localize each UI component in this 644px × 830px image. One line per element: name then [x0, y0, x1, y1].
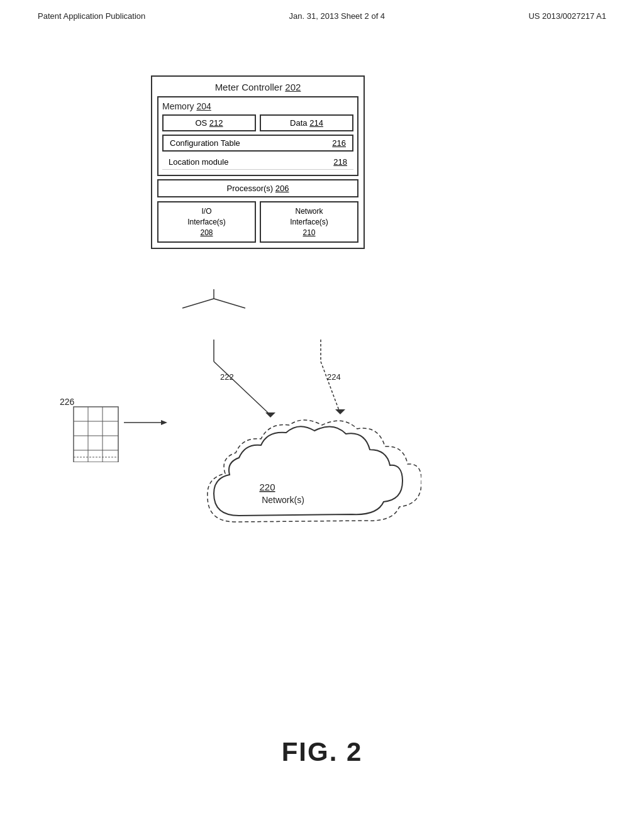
header-left: Patent Application Publication: [38, 11, 145, 21]
svg-line-4: [214, 362, 270, 415]
figure-label: FIG. 2: [282, 737, 363, 767]
os-data-row: OS 212 Data 214: [162, 114, 353, 131]
svg-marker-8: [335, 409, 345, 414]
memory-box: Memory 204 OS 212 Data 214 Configuration…: [157, 96, 358, 176]
svg-marker-10: [161, 420, 167, 425]
location-box: Location module 218: [162, 155, 353, 170]
data-box: Data 214: [260, 114, 353, 131]
io-box: I/O Interface(s) 208: [157, 201, 256, 243]
arrow-224-label: 224: [327, 371, 341, 382]
controller-box: Meter Controller 202 Memory 204 OS 212 D…: [151, 75, 365, 249]
network-interface-box: Network Interface(s) 210: [260, 201, 358, 243]
cloud-svg: 220 Network(s): [201, 415, 421, 541]
svg-line-7: [321, 362, 340, 412]
os-box: OS 212: [162, 114, 256, 131]
svg-rect-14: [74, 407, 118, 462]
device-svg: [72, 406, 119, 462]
device-icon: [72, 406, 119, 465]
processor-box: Processor(s) 206: [157, 179, 358, 197]
io-network-row: I/O Interface(s) 208 Network Interface(s…: [157, 201, 358, 243]
header-center: Jan. 31, 2013 Sheet 2 of 4: [289, 11, 386, 21]
svg-text:220: 220: [259, 482, 275, 492]
svg-line-12: [182, 299, 214, 308]
svg-line-13: [214, 299, 245, 308]
network-cloud: 220 Network(s): [201, 415, 365, 522]
svg-text:Network(s): Network(s): [262, 495, 304, 505]
arrow-222-label: 222: [220, 371, 234, 382]
header-right: US 2013/0027217 A1: [528, 11, 606, 21]
page-header: Patent Application Publication Jan. 31, …: [0, 0, 644, 21]
config-box: Configuration Table 216: [162, 135, 353, 152]
memory-title: Memory 204: [162, 101, 353, 111]
meter-controller-title: Meter Controller 202: [157, 82, 358, 92]
